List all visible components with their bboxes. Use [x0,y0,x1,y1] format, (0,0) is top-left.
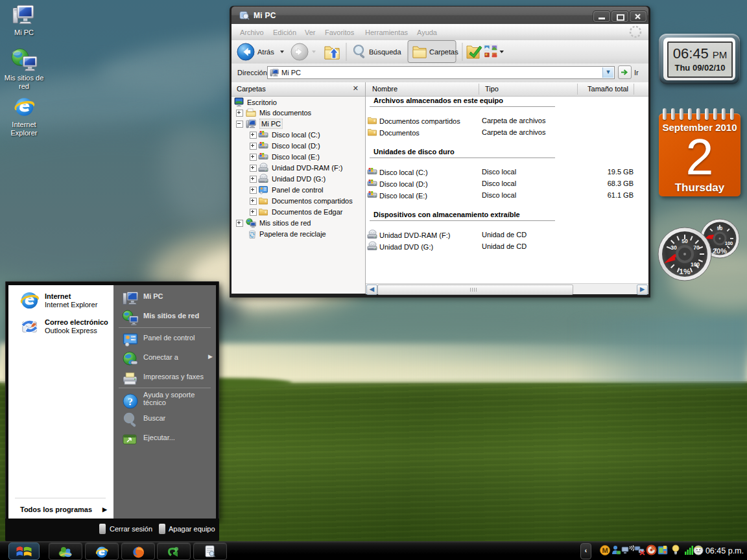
svg-text:Atrás: Atrás [257,49,274,56]
svg-text:M: M [602,547,608,555]
svg-text:Carpetas: Carpetas [429,49,458,56]
svg-text:70: 70 [693,244,700,251]
svg-text:100: 100 [691,261,700,268]
svg-text:Búsqueda: Búsqueda [369,49,401,56]
svg-text:?: ? [128,397,133,408]
svg-text:50: 50 [682,238,688,244]
svg-text:1%: 1% [679,267,691,276]
svg-text:30: 30 [670,244,677,251]
svg-text:20%: 20% [713,248,727,255]
svg-text:50: 50 [717,226,722,231]
svg-text:100: 100 [725,240,733,246]
